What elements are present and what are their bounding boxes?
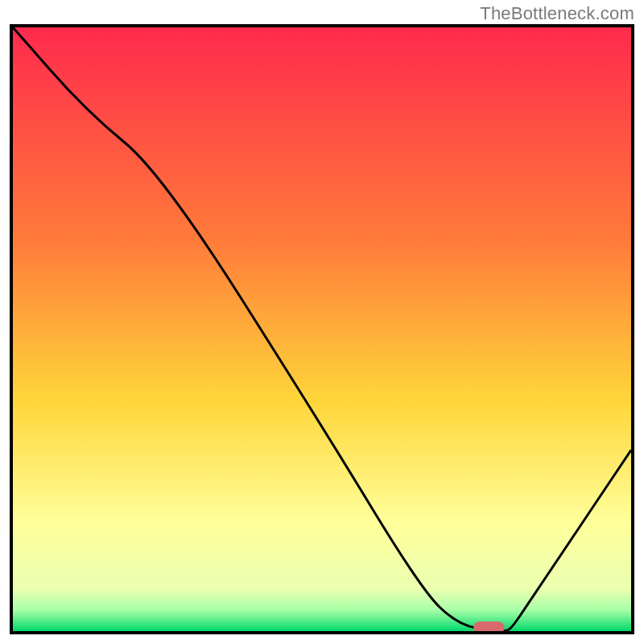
chart-area xyxy=(10,24,634,634)
chart-svg xyxy=(13,27,631,631)
optimal-range-marker xyxy=(473,621,504,631)
watermark-text: TheBottleneck.com xyxy=(480,3,634,24)
chart-background xyxy=(13,27,631,631)
